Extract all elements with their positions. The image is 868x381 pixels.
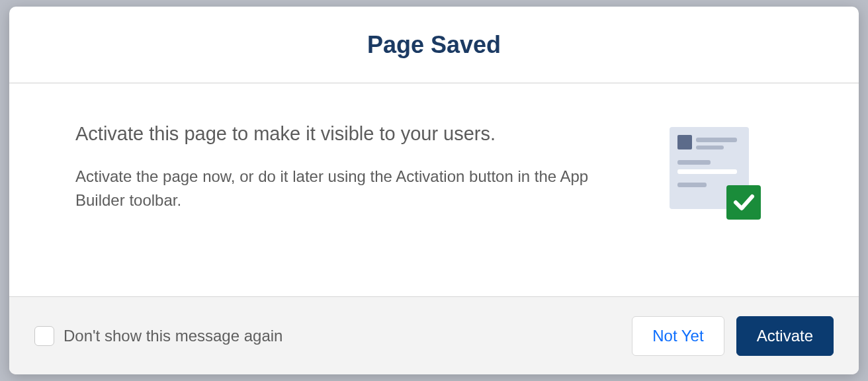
svg-rect-4	[677, 160, 711, 165]
activate-button[interactable]: Activate	[736, 316, 834, 356]
modal-description: Activate the page now, or do it later us…	[75, 165, 625, 212]
modal-headline: Activate this page to make it visible to…	[75, 123, 631, 145]
svg-rect-5	[677, 169, 737, 174]
page-saved-modal: Page Saved Activate this page to make it…	[9, 7, 859, 374]
footer-left-group: Don't show this message again	[34, 326, 282, 346]
modal-title: Page Saved	[367, 31, 501, 59]
svg-rect-3	[696, 146, 724, 149]
modal-footer: Don't show this message again Not Yet Ac…	[9, 296, 859, 374]
footer-right-group: Not Yet Activate	[632, 316, 834, 356]
svg-rect-2	[696, 138, 737, 142]
not-yet-button[interactable]: Not Yet	[632, 316, 724, 356]
modal-body: Activate this page to make it visible to…	[9, 83, 859, 296]
dont-show-again-label: Don't show this message again	[64, 327, 282, 345]
dont-show-again-checkbox[interactable]	[34, 326, 54, 346]
svg-rect-6	[677, 183, 707, 187]
svg-rect-1	[677, 135, 692, 149]
svg-rect-7	[726, 185, 761, 220]
page-illustration-icon	[658, 123, 763, 222]
modal-header: Page Saved	[9, 7, 859, 83]
modal-body-text: Activate this page to make it visible to…	[75, 123, 631, 212]
